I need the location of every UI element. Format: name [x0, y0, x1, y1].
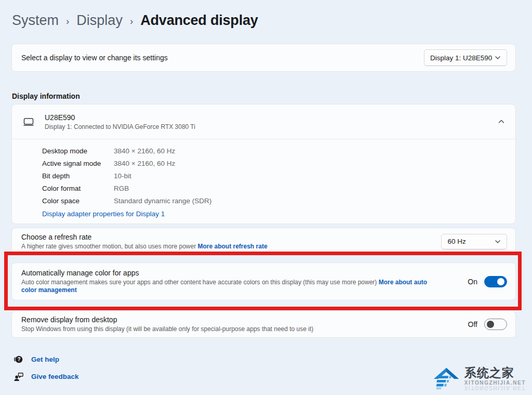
- detail-row-color-format: Color format RGB: [42, 182, 515, 195]
- display-details-list: Desktop mode 3840 × 2160, 60 Hz Active s…: [12, 139, 515, 218]
- breadcrumb-display[interactable]: Display: [76, 12, 123, 29]
- watermark-title: 系统之家: [464, 366, 526, 379]
- display-information-heading: Display information: [12, 92, 80, 100]
- get-help-row: ? Get help: [13, 354, 59, 365]
- give-feedback-link[interactable]: Give feedback: [31, 373, 79, 380]
- feedback-person-icon: [13, 371, 24, 382]
- detail-value: 3840 × 2160, 60 Hz: [114, 145, 175, 157]
- auto-color-toggle[interactable]: [484, 276, 507, 287]
- breadcrumb-system[interactable]: System: [12, 12, 59, 29]
- chevron-down-icon: [495, 239, 501, 245]
- monitor-connection-subtitle: Display 1: Connected to NVIDIA GeForce R…: [45, 123, 195, 130]
- refresh-rate-value: 60 Hz: [447, 238, 466, 245]
- watermark-subtitle: XITONGZHIJIA.NET: [464, 380, 526, 386]
- auto-color-description-text: Auto color management makes sure your ap…: [21, 279, 377, 286]
- svg-text:?: ?: [17, 357, 20, 362]
- more-about-refresh-rate-link[interactable]: More about refresh rate: [198, 243, 268, 250]
- watermark-reflection: XITONGZHIJIA.NET: [464, 385, 526, 391]
- chevron-down-icon: [495, 55, 501, 61]
- page-title: Advanced display: [140, 12, 258, 29]
- refresh-rate-description: A higher rate gives smoother motion, but…: [21, 243, 441, 251]
- detail-label: Color space: [42, 195, 114, 207]
- remove-display-toggle[interactable]: [484, 319, 507, 330]
- get-help-link[interactable]: Get help: [31, 356, 59, 363]
- detail-row-active-signal-mode: Active signal mode 3840 × 2160, 60 Hz: [42, 157, 515, 170]
- detail-label: Desktop mode: [42, 145, 114, 157]
- refresh-rate-dropdown[interactable]: 60 Hz: [441, 234, 507, 249]
- chevron-up-icon[interactable]: [498, 118, 505, 125]
- display-info-expander-header[interactable]: U28E590 Display 1: Connected to NVIDIA G…: [12, 104, 515, 139]
- breadcrumb-separator-icon: ›: [66, 14, 69, 27]
- remove-display-title: Remove display from desktop: [21, 315, 443, 324]
- remove-display-description: Stop Windows from using this display (it…: [21, 325, 443, 333]
- display-select-value: Display 1: U28E590: [430, 54, 492, 62]
- toggle-knob: [487, 321, 494, 328]
- display-information-card: U28E590 Display 1: Connected to NVIDIA G…: [11, 104, 516, 224]
- advanced-display-settings-page: System › Display › Advanced display Sele…: [0, 0, 532, 395]
- help-question-icon: ?: [13, 354, 24, 365]
- remove-display-toggle-label: Off: [468, 320, 477, 328]
- remove-display-card: Remove display from desktop Stop Windows…: [11, 311, 516, 338]
- watermark: 系统之家 XITONGZHIJIA.NET XITONGZHIJIA.NET: [433, 365, 526, 392]
- auto-color-toggle-label: On: [468, 278, 477, 286]
- monitor-icon: [22, 115, 35, 128]
- give-feedback-row: Give feedback: [13, 371, 79, 382]
- toggle-knob: [497, 278, 504, 285]
- breadcrumb: System › Display › Advanced display: [12, 12, 258, 29]
- display-select-dropdown[interactable]: Display 1: U28E590: [424, 49, 507, 66]
- detail-row-color-space: Color space Standard dynamic range (SDR): [42, 195, 515, 207]
- detail-label: Color format: [42, 182, 114, 195]
- refresh-rate-description-text: A higher rate gives smoother motion, but…: [21, 243, 196, 250]
- detail-row-desktop-mode: Desktop mode 3840 × 2160, 60 Hz: [42, 145, 515, 157]
- refresh-rate-title: Choose a refresh rate: [21, 233, 441, 241]
- refresh-rate-card: Choose a refresh rate A higher rate give…: [11, 228, 516, 255]
- xitongzhijia-logo-icon: [433, 365, 461, 392]
- select-display-card: Select a display to view or change its s…: [11, 44, 516, 72]
- auto-color-description: Auto color management makes sure your ap…: [21, 279, 443, 294]
- breadcrumb-separator-icon: ›: [130, 14, 133, 27]
- auto-color-management-card: Automatically manage color for apps Auto…: [11, 262, 516, 300]
- detail-value: 3840 × 2160, 60 Hz: [114, 157, 175, 170]
- auto-color-title: Automatically manage color for apps: [21, 269, 443, 277]
- detail-value: Standard dynamic range (SDR): [114, 195, 211, 207]
- detail-label: Active signal mode: [42, 157, 114, 170]
- detail-row-bit-depth: Bit depth 10-bit: [42, 170, 515, 182]
- detail-label: Bit depth: [42, 170, 114, 182]
- display-adapter-properties-link[interactable]: Display adapter properties for Display 1: [42, 210, 165, 218]
- select-display-label: Select a display to view or change its s…: [21, 54, 168, 62]
- detail-value: RGB: [114, 182, 129, 195]
- monitor-name: U28E590: [45, 113, 195, 122]
- detail-value: 10-bit: [114, 170, 131, 182]
